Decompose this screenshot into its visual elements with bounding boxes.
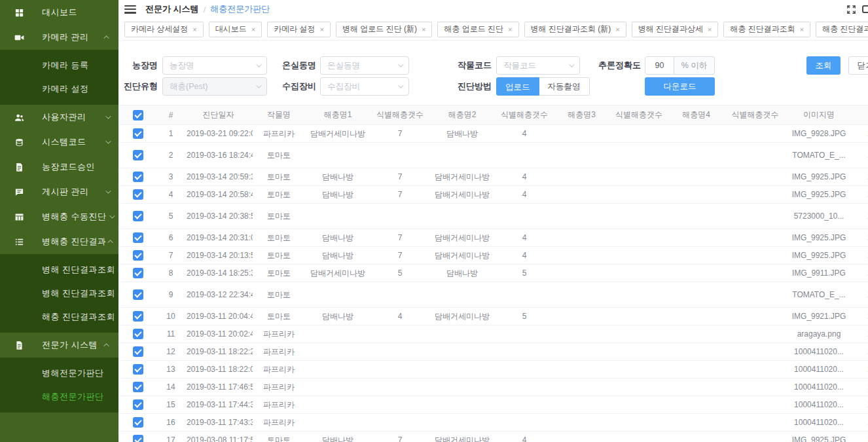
table-row[interactable]: 92019-03-12 22:34:44토마토TOMATO_E_...2019 (118, 282, 868, 308)
row-checkbox[interactable] (133, 417, 143, 428)
equipment-select[interactable]: 수집장비 (320, 77, 409, 96)
tab-close-icon[interactable]: × (508, 26, 512, 33)
cell: 2019-03-11 20:04:40 (184, 308, 253, 325)
table-row[interactable]: 82019-03-14 18:25:32토마토담배거세미나방5담배나방5IMG_… (118, 265, 868, 282)
sidebar-subitem-camera-register[interactable]: 카메라 등록 (0, 54, 118, 77)
sidebar-item-diagnosis-results[interactable]: 병해충 진단결과 (0, 229, 118, 254)
table-row[interactable]: 132019-03-11 18:22:03파프리카1000411020...20… (118, 361, 868, 378)
table-row[interactable]: 62019-03-14 20:31:03토마토담배나방7담배거세미나방4IMG_… (118, 229, 868, 247)
row-checkbox[interactable] (133, 268, 143, 278)
sidebar-item-expert-system[interactable]: 전문가 시스템 (0, 333, 118, 358)
tab-3[interactable]: 병해 업로드 진단 (新)× (336, 22, 432, 37)
sidebar-subitem-camera-settings[interactable]: 카메라 설정 (0, 77, 118, 101)
method-label: 진단방법 (452, 77, 492, 96)
tab-close-icon[interactable]: × (251, 26, 255, 33)
tab-1[interactable]: 대시보드× (209, 22, 262, 37)
tab-close-icon[interactable]: × (192, 26, 196, 33)
cell: 토마토 (253, 247, 305, 265)
tab-5[interactable]: 병해 진단결과조회 (新)× (524, 22, 626, 37)
table-row[interactable]: 32019-03-14 20:59:38토마토담배나방7담배거세미나방4IMG_… (118, 168, 868, 186)
table-row[interactable]: 162019-03-11 17:43:34파프리카1000411020...20… (118, 414, 868, 432)
row-checkbox[interactable] (133, 189, 143, 200)
sidebar-subitem-pest-results[interactable]: 해충 진단결과조회 (0, 305, 118, 329)
row-checkbox[interactable] (133, 172, 143, 182)
row-checkbox[interactable] (133, 232, 143, 243)
submenu-diagnosis-results: 병해 진단결과조회 (新)병해 진단결과조회 (舊)해충 진단결과조회 (0, 254, 118, 333)
select-all-checkbox[interactable] (133, 110, 143, 120)
row-checkbox[interactable] (133, 346, 143, 357)
cell (724, 325, 786, 343)
crop-select[interactable]: 작물코드 (496, 56, 580, 75)
row-checkbox[interactable] (133, 311, 143, 322)
table-row[interactable]: 142019-03-11 17:46:58파프리카1000411020...20… (118, 378, 868, 396)
table-row[interactable]: 72019-03-14 20:13:53토마토담배나방7담배거세미나방4IMG_… (118, 247, 868, 265)
tab-close-icon[interactable]: × (708, 26, 712, 33)
table-row[interactable]: 42019-03-14 20:58:46토마토담배나방7담배거세미나방4IMG_… (118, 186, 868, 204)
sidebar-subitem-disease-results-new[interactable]: 병해 진단결과조회 (新) (0, 258, 118, 282)
sidebar-item-dashboard[interactable]: 대시보드 (0, 0, 118, 25)
cell: 10 (158, 308, 184, 325)
tab-8[interactable]: 해충 진단결과상세× (816, 22, 868, 37)
row-checkbox[interactable] (133, 399, 143, 410)
greenhouse-select[interactable]: 온실동명 (320, 56, 409, 75)
search-button[interactable]: 조회 (806, 56, 841, 75)
method-option-1[interactable]: 자동촬영 (539, 77, 590, 96)
row-checkbox[interactable] (133, 211, 143, 221)
cell (609, 378, 668, 396)
row-checkbox[interactable] (133, 289, 143, 300)
row-checkbox[interactable] (133, 150, 143, 160)
table-row[interactable]: 22019-03-16 18:24:43토마토TOMATO_E_...2019 (118, 143, 868, 168)
row-checkbox[interactable] (133, 250, 143, 261)
table-row[interactable]: 52019-03-14 20:38:56토마토5723000_10...2019 (118, 204, 868, 229)
tab-close-icon[interactable]: × (615, 26, 619, 33)
table-row[interactable]: 152019-03-11 17:44:33파프리카1000411020...20… (118, 396, 868, 414)
tab-2[interactable]: 카메라 설정× (267, 22, 331, 37)
tab-6[interactable]: 병해 진단결과상세× (632, 22, 719, 37)
download-button[interactable]: 다운로드 (645, 77, 715, 96)
sidebar-subitem-disease-expert-judgment[interactable]: 병해전문가판단 (0, 361, 118, 385)
sidebar-item-camera-management[interactable]: 카메라 관리 (0, 25, 118, 50)
table-row[interactable]: 12019-03-21 09:22:00파프리카담배거세미나방7담배나방4IMG… (118, 125, 868, 143)
tab-close-icon[interactable]: × (320, 26, 324, 33)
cell: 2019 (852, 396, 868, 414)
sidebar-item-farm-code-approval[interactable]: 농장코드승인 (0, 155, 118, 179)
tab-0[interactable]: 카메라 상세설정× (124, 22, 204, 37)
row-checkbox[interactable] (133, 435, 143, 442)
farm-select-value: 농장명 (170, 60, 256, 71)
cell (668, 414, 724, 432)
crop-label: 작물코드 (452, 56, 492, 75)
row-checkbox[interactable] (133, 364, 143, 375)
menu-toggle-icon[interactable] (124, 5, 136, 14)
row-checkbox[interactable] (133, 329, 143, 339)
row-checkbox[interactable] (133, 382, 143, 392)
sidebar-item-system-code[interactable]: 시스템코드 (0, 130, 118, 155)
farm-select[interactable]: 농장명 (162, 56, 267, 75)
table-row[interactable]: 122019-03-11 18:22:20파프리카1000411020...20… (118, 343, 868, 361)
cell: 파프리카 (253, 414, 305, 432)
sidebar-subitem-pest-expert-judgment[interactable]: 해충전문가판단 (0, 385, 118, 409)
sidebar-item-board-management[interactable]: 게시판 관리 (0, 179, 118, 204)
sidebar-subitem-disease-results-old[interactable]: 병해 진단결과조회 (舊) (0, 282, 118, 305)
tab-close-icon[interactable]: × (800, 26, 804, 33)
cell: 파프리카 (253, 361, 305, 378)
breadcrumb-page[interactable]: 해충전문가판단 (210, 3, 270, 15)
sidebar-item-user-management[interactable]: 사용자관리 (0, 105, 118, 130)
chevron-up-icon (103, 35, 109, 41)
tab-close-icon[interactable]: × (422, 26, 425, 33)
tab-4[interactable]: 해충 업로드 진단× (437, 22, 518, 37)
clipped-toolbar-icon[interactable] (862, 5, 868, 13)
fullscreen-icon[interactable] (846, 5, 856, 16)
tab-7[interactable]: 해충 진단결과조회× (723, 22, 810, 37)
close-button[interactable]: 닫기 (848, 56, 868, 75)
table-row[interactable]: 172019-03-08 11:17:59토마토담배나방7담배거세미나방4IMG… (118, 432, 868, 442)
row-checkbox[interactable] (133, 128, 143, 139)
accuracy-input[interactable]: 90 (645, 56, 674, 75)
sidebar-item-manual-diagnosis[interactable]: 병해충 수동진단 (0, 204, 118, 229)
table-row[interactable]: 102019-03-11 20:04:40토마토담배나방4담배거세미나방5IMG… (118, 308, 868, 325)
cell: 2019-03-14 20:59:38 (184, 168, 253, 186)
cell (554, 308, 609, 325)
table-row[interactable]: 112019-03-11 20:02:41파프리카aragaya.png2019 (118, 325, 868, 343)
tab-label: 병해 업로드 진단 (新) (342, 24, 417, 35)
method-option-0[interactable]: 업로드 (496, 77, 539, 96)
cell (305, 414, 371, 432)
